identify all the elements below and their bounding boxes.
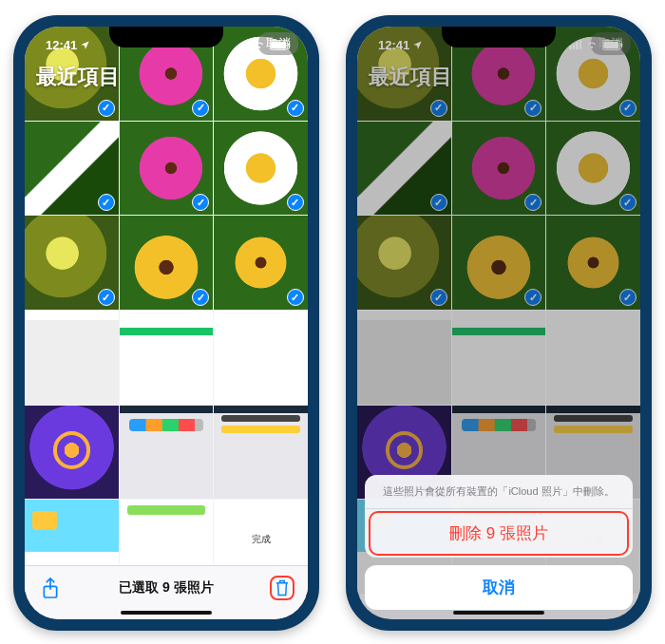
- screenshot-thumb[interactable]: [120, 406, 214, 500]
- selected-check-icon: ✓: [192, 194, 209, 211]
- home-indicator[interactable]: [453, 611, 544, 615]
- selected-check-icon: ✓: [98, 289, 115, 306]
- cellular-icon: [237, 40, 249, 49]
- home-indicator[interactable]: [121, 611, 212, 615]
- svg-rect-2: [288, 43, 290, 47]
- screenshot-thumb[interactable]: [120, 311, 214, 405]
- selected-check-icon: ✓: [98, 100, 115, 117]
- trash-button[interactable]: [270, 576, 294, 600]
- delete-photos-button[interactable]: 刪除 9 張照片: [369, 511, 629, 556]
- svg-rect-1: [271, 41, 286, 48]
- status-time: 12:41: [46, 38, 77, 52]
- photo-thumb[interactable]: ✓: [25, 122, 119, 216]
- sheet-cancel-button[interactable]: 取消: [365, 565, 633, 610]
- screenshot-thumb[interactable]: [214, 311, 308, 405]
- sheet-message: 這些照片會從所有裝置的「iCloud 照片」中刪除。: [365, 475, 633, 509]
- photo-thumb[interactable]: ✓: [25, 216, 119, 310]
- photo-grid: ✓✓✓✓✓✓✓✓✓: [25, 27, 308, 594]
- location-icon: [80, 40, 90, 50]
- wifi-icon: [253, 40, 266, 50]
- screenshot-thumb[interactable]: [25, 311, 119, 405]
- selected-check-icon: ✓: [287, 289, 304, 306]
- battery-icon: [270, 40, 291, 50]
- photo-thumb[interactable]: ✓: [120, 122, 214, 216]
- selection-count-label: 已選取 9 張照片: [63, 579, 270, 597]
- sheet-group: 這些照片會從所有裝置的「iCloud 照片」中刪除。 刪除 9 張照片: [365, 475, 633, 558]
- photo-thumb[interactable]: ✓: [214, 122, 308, 216]
- delete-action-sheet: 這些照片會從所有裝置的「iCloud 照片」中刪除。 刪除 9 張照片 取消: [365, 475, 633, 610]
- share-button[interactable]: [38, 576, 63, 600]
- notch: [109, 27, 223, 47]
- selected-check-icon: ✓: [192, 289, 209, 306]
- photo-thumb[interactable]: ✓: [120, 216, 214, 310]
- screenshot-thumb[interactable]: [214, 406, 308, 500]
- screenshot-thumb[interactable]: [25, 406, 119, 500]
- screen: 12:41 ✓✓✓✓✓✓✓✓✓ 取消 最近項: [357, 27, 640, 619]
- phone-right: 12:41 ✓✓✓✓✓✓✓✓✓ 取消 最近項: [346, 15, 652, 631]
- selected-check-icon: ✓: [287, 194, 304, 211]
- selected-check-icon: ✓: [98, 194, 115, 211]
- photos-content: ✓✓✓✓✓✓✓✓✓ 取消 最近項目 已選取 9 張照片: [25, 27, 308, 619]
- photos-content: ✓✓✓✓✓✓✓✓✓ 取消 最近項目 這些照片會從所有裝置的「iCloud 照片」…: [357, 27, 640, 619]
- selected-check-icon: ✓: [192, 100, 209, 117]
- screen: 12:41 ✓✓✓✓✓✓✓✓✓ 取消 最近項: [25, 27, 308, 619]
- selected-check-icon: ✓: [287, 100, 304, 117]
- phone-left: 12:41 ✓✓✓✓✓✓✓✓✓ 取消 最近項: [13, 15, 319, 631]
- photo-thumb[interactable]: ✓: [214, 216, 308, 310]
